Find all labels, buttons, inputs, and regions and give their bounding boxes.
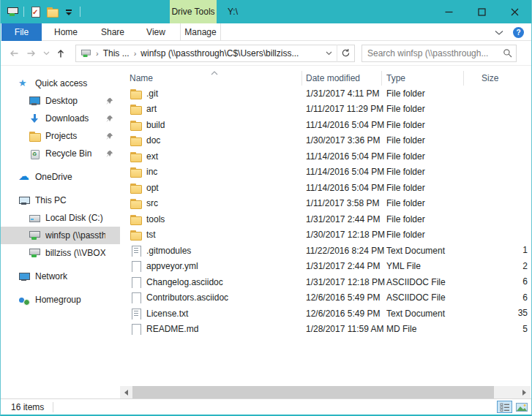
details-view-button[interactable] xyxy=(497,401,512,413)
file-row[interactable]: inc 11/14/2016 5:04 PM File folder xyxy=(120,164,531,181)
scroll-left-button[interactable] xyxy=(120,386,132,398)
sidebar-item[interactable]: Desktop xyxy=(1,92,120,110)
file-row[interactable]: tools 1/31/2017 2:44 PM File folder xyxy=(120,211,531,227)
maximize-button[interactable] xyxy=(465,0,498,23)
file-row[interactable]: tst 1/30/2017 12:18 PM File folder xyxy=(120,227,531,243)
back-button[interactable] xyxy=(5,45,23,62)
file-name: tools xyxy=(146,214,165,224)
file-row[interactable]: appveyor.yml 1/31/2017 2:44 PM YML File … xyxy=(120,259,531,275)
ribbon-tab[interactable]: Share xyxy=(96,23,130,41)
ribbon-tab-label: Share xyxy=(101,27,124,37)
file-name: inc xyxy=(146,167,157,177)
file-row[interactable]: art 1/11/2017 11:29 PM File folder xyxy=(120,102,531,118)
file-row[interactable]: src 1/11/2017 3:58 PM File folder xyxy=(120,196,531,212)
sidebar-item[interactable]: billziss (\\VBOXSVR) xyxy=(1,244,120,262)
file-type: File folder xyxy=(382,167,464,177)
search-icon[interactable] xyxy=(498,48,516,58)
breadcrumb-root[interactable]: This ... xyxy=(103,48,130,58)
file-date-modified: 12/6/2016 5:49 PM xyxy=(302,309,382,319)
chevron-down-icon xyxy=(43,51,50,56)
contextual-tab-group-drive-tools[interactable]: Drive Tools xyxy=(170,0,217,23)
sort-ascending-icon xyxy=(211,67,218,77)
minimize-button[interactable] xyxy=(432,0,465,23)
system-menu-drive-icon[interactable] xyxy=(7,6,18,18)
sidebar-item-icon xyxy=(29,247,40,259)
forward-button[interactable] xyxy=(23,45,40,62)
scrollbar-thumb[interactable] xyxy=(132,386,494,398)
file-type: File folder xyxy=(382,104,464,114)
file-date-modified: 1/30/2017 3:36 PM xyxy=(302,135,382,145)
close-button[interactable] xyxy=(498,0,531,23)
file-row[interactable]: Contributors.asciidoc 12/6/2016 5:49 PM … xyxy=(120,290,531,306)
sidebar-item-icon xyxy=(29,212,40,224)
sidebar-item-label: Recycle Bin xyxy=(45,148,105,159)
file-size: 5 xyxy=(522,322,528,338)
back-arrow-icon xyxy=(8,48,20,59)
ribbon-tab[interactable]: File xyxy=(1,23,42,41)
file-rows: .git 1/31/2017 4:11 PM File folder art 1… xyxy=(120,86,531,337)
sidebar-item[interactable]: Recycle Bin xyxy=(1,145,120,162)
thumbnails-view-button[interactable] xyxy=(514,401,529,413)
sidebar-item[interactable]: Local Disk (C:) xyxy=(1,209,120,227)
sidebar-item-label: Desktop xyxy=(45,96,105,106)
address-dropdown-button[interactable] xyxy=(321,51,337,56)
ribbon-tab[interactable]: View xyxy=(141,23,171,41)
file-row[interactable]: .gitmodules 11/22/2016 8:24 PM Text Docu… xyxy=(120,243,531,259)
sidebar-item[interactable]: OneDrive xyxy=(1,168,120,186)
new-folder-icon[interactable] xyxy=(46,6,58,18)
sidebar-item[interactable]: This PC xyxy=(1,192,120,209)
column-header-date-modified[interactable]: Date modified xyxy=(302,71,382,86)
sidebar-item-label: Homegroup xyxy=(35,295,105,305)
file-type: File folder xyxy=(382,135,464,145)
refresh-button[interactable] xyxy=(337,45,354,62)
sidebar-item[interactable]: Downloads xyxy=(1,110,120,127)
ribbon-tab[interactable]: Home xyxy=(49,23,83,41)
file-row[interactable]: doc 1/30/2017 3:36 PM File folder xyxy=(120,133,531,149)
ribbon-tab[interactable]: Manage xyxy=(180,23,221,41)
breadcrumb-current[interactable]: winfsp (\\passthrough\C$\Users\billziss.… xyxy=(141,48,299,58)
file-row[interactable]: ext 11/14/2016 5:04 PM File folder xyxy=(120,148,531,164)
drive-icon xyxy=(80,48,91,58)
file-name: .git xyxy=(146,88,158,99)
file-name-cell: art xyxy=(120,103,302,115)
sidebar-item[interactable]: winfsp (\\passthrou xyxy=(1,227,120,244)
toolbar-separator xyxy=(80,7,80,17)
file-type: File folder xyxy=(382,151,464,162)
sidebar-item-icon xyxy=(29,130,40,142)
file-row[interactable]: opt 11/14/2016 5:04 PM File folder xyxy=(120,180,531,196)
sidebar-item-label: Downloads xyxy=(45,113,105,124)
file-type: MD File xyxy=(382,324,464,334)
file-row[interactable]: build 11/14/2016 5:04 PM File folder xyxy=(120,117,531,133)
sidebar-item[interactable]: Homegroup xyxy=(1,291,120,309)
pin-icon xyxy=(105,150,113,158)
address-bar[interactable]: This ... winfsp (\\passthrough\C$\Users\… xyxy=(75,45,355,62)
file-row[interactable]: License.txt 12/6/2016 5:49 PM Text Docum… xyxy=(120,306,531,322)
recent-locations-button[interactable] xyxy=(40,45,52,62)
column-header-type[interactable]: Type xyxy=(382,71,464,86)
sidebar-item[interactable]: Projects xyxy=(1,127,120,145)
customize-toolbar-dropdown-icon[interactable] xyxy=(63,6,75,18)
search-input[interactable]: Search winfsp (\\passthrough... xyxy=(362,48,498,58)
forward-arrow-icon xyxy=(26,48,37,59)
file-type-icon xyxy=(130,245,141,257)
window-controls xyxy=(432,0,531,23)
column-header-size[interactable]: Size xyxy=(464,71,498,86)
file-row[interactable]: README.md 1/28/2017 11:59 AM MD File 5 xyxy=(120,322,531,338)
help-button[interactable]: ? xyxy=(513,27,524,38)
expand-ribbon-chevron-icon[interactable] xyxy=(495,30,503,35)
properties-icon[interactable] xyxy=(29,6,41,18)
sidebar-item[interactable]: Quick access xyxy=(1,75,120,92)
file-row[interactable]: Changelog.asciidoc 1/31/2017 12:18 PM AS… xyxy=(120,274,531,290)
search-box[interactable]: Search winfsp (\\passthrough... xyxy=(361,45,517,62)
sidebar-item[interactable]: Network xyxy=(1,268,120,285)
sidebar-item-label: Local Disk (C:) xyxy=(45,213,105,223)
horizontal-scrollbar[interactable] xyxy=(120,386,531,398)
sidebar-item-label: Projects xyxy=(45,131,105,141)
file-type-icon xyxy=(130,308,141,319)
file-date-modified: 12/6/2016 5:49 PM xyxy=(302,292,382,303)
file-name-cell: inc xyxy=(120,166,302,178)
scrollbar-track[interactable] xyxy=(132,386,518,398)
up-button[interactable] xyxy=(52,45,70,62)
file-row[interactable]: .git 1/31/2017 4:11 PM File folder xyxy=(120,86,531,102)
scroll-right-button[interactable] xyxy=(518,386,531,398)
